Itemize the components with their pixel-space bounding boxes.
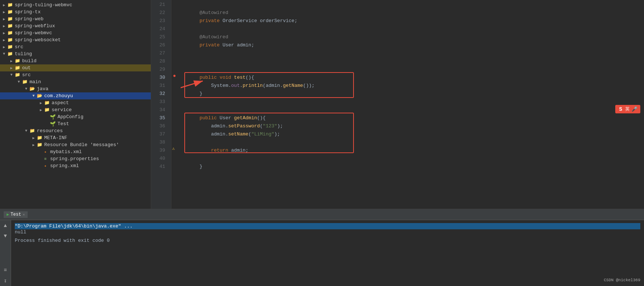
folder-icon: 📁 bbox=[7, 10, 13, 15]
arrow-icon: ▶ bbox=[1, 45, 7, 49]
bottom-tabs: ▶ Test ✕ bbox=[0, 209, 644, 220]
arrow-icon: ▶ bbox=[38, 108, 43, 112]
sidebar-item-aspect[interactable]: ▶ 📁 aspect bbox=[0, 99, 151, 106]
sidebar-label: java bbox=[37, 86, 48, 92]
code-line-37: admin.setName("LiMing"); bbox=[188, 130, 644, 138]
arrow-icon: ▶ bbox=[9, 66, 14, 70]
sidebar-item-tuling[interactable]: ▼ 📁 tuling bbox=[0, 50, 151, 57]
sidebar-label: src bbox=[22, 72, 31, 78]
sidebar-item-spring-web[interactable]: ▶ 📁 spring-web bbox=[0, 15, 151, 22]
code-line-30: public void test(){ bbox=[188, 74, 644, 82]
sidebar-item-test[interactable]: 🌱 Test bbox=[0, 120, 151, 127]
bottom-icon[interactable]: ↧ bbox=[2, 277, 9, 284]
sidebar-item-main[interactable]: ▼ 📁 main bbox=[0, 78, 151, 85]
console-output: "D:\Program File\jdk\64\bin\java.exe" ..… bbox=[11, 220, 644, 286]
sogou-s-icon: S bbox=[618, 106, 623, 112]
sidebar-label: spring-webflux bbox=[15, 23, 55, 29]
breakpoint-icon-30: ● bbox=[173, 73, 176, 79]
close-tab-icon[interactable]: ✕ bbox=[22, 212, 25, 217]
sidebar-item-build[interactable]: ▶ 📁 build bbox=[0, 57, 151, 64]
sidebar-label: main bbox=[29, 79, 41, 85]
sidebar-label: spring-websocket bbox=[15, 37, 61, 43]
sidebar-item-src[interactable]: ▶ 📁 src bbox=[0, 43, 151, 50]
sidebar-item-java[interactable]: ▼ 📂 java bbox=[0, 85, 151, 92]
arrow-icon: ▼ bbox=[1, 52, 7, 56]
code-line-34 bbox=[188, 106, 644, 114]
wrap-icon[interactable]: ≡ bbox=[2, 266, 9, 274]
code-line-36: admin.setPassword("123"); bbox=[188, 122, 644, 130]
folder-icon: 📁 bbox=[14, 59, 21, 64]
sidebar-item-spring-tx[interactable]: ▶ 📁 spring-tx bbox=[0, 8, 151, 15]
sidebar-item-spring-xml[interactable]: ✦ spring.xml bbox=[0, 162, 151, 169]
sidebar-label: spring.properties bbox=[50, 156, 99, 162]
arrow-icon: ▼ bbox=[24, 87, 29, 91]
sidebar-item-spring-tuling-webmvc[interactable]: ▶ 📁 spring-tuling-webmvc bbox=[0, 1, 151, 8]
sidebar-item-meta-inf[interactable]: ▶ 📁 META-INF bbox=[0, 134, 151, 141]
folder-icon: 📁 bbox=[29, 128, 35, 134]
bottom-tab-test[interactable]: ▶ Test ✕ bbox=[4, 211, 28, 218]
file-tree[interactable]: ▶ 📁 spring-tuling-webmvc ▶ 📁 spring-tx ▶… bbox=[0, 0, 151, 209]
sidebar-item-resources[interactable]: ▼ 📁 resources bbox=[0, 127, 151, 134]
xml-icon: ✦ bbox=[42, 163, 49, 169]
code-line-24 bbox=[188, 25, 644, 33]
sidebar-label: Resource Bundle 'messages' bbox=[44, 142, 119, 148]
sidebar-item-spring-websocket[interactable]: ▶ 📁 spring-websocket bbox=[0, 36, 151, 43]
code-line-28 bbox=[188, 57, 644, 66]
scroll-up-icon[interactable]: ▲ bbox=[2, 222, 9, 229]
sidebar-label: build bbox=[22, 58, 36, 64]
sidebar-item-spring-props[interactable]: ≡ spring.properties bbox=[0, 155, 151, 162]
sidebar-item-mybatis-xml[interactable]: ✦ mybatis.xml bbox=[0, 148, 151, 155]
arrow-icon: ▼ bbox=[16, 80, 21, 84]
code-line-26: private User admin; bbox=[188, 41, 644, 49]
folder-blue-icon: 📂 bbox=[29, 86, 35, 92]
arrow-icon: ▼ bbox=[31, 94, 36, 98]
tab-label: Test bbox=[11, 212, 21, 217]
sidebar-label: resources bbox=[37, 128, 63, 134]
scroll-down-icon[interactable]: ▼ bbox=[2, 232, 9, 240]
folder-icon: 📁 bbox=[14, 73, 21, 78]
sidebar-label: spring-tx bbox=[15, 9, 41, 15]
arrow-icon: ▶ bbox=[1, 24, 7, 28]
arrow-icon: ▶ bbox=[9, 59, 14, 63]
csdn-badge: CSDN @nickel369 bbox=[604, 278, 640, 282]
sidebar-label: spring-webmvc bbox=[15, 30, 52, 36]
folder-icon: 📁 bbox=[36, 135, 43, 141]
bottom-panel: ▶ Test ✕ ▲ ▼ ≡ ↧ "D:\Program File\jdk\64… bbox=[0, 209, 644, 286]
sidebar-label: META-INF bbox=[44, 135, 67, 141]
folder-icon: 📁 bbox=[36, 142, 43, 148]
arrow-icon: ▶ bbox=[1, 17, 7, 21]
sidebar-label: out bbox=[22, 65, 31, 71]
arrow-icon: ▶ bbox=[31, 143, 36, 147]
sidebar-item-src2[interactable]: ▼ 📁 src bbox=[0, 71, 151, 78]
folder-icon: 📁 bbox=[7, 38, 13, 43]
sidebar-label: tuling bbox=[15, 51, 32, 57]
arrow-icon: ▼ bbox=[24, 129, 29, 133]
sidebar-label: service bbox=[52, 107, 72, 113]
sidebar-item-appconfig[interactable]: 🌱 AppConfig bbox=[0, 113, 151, 120]
editor-area: 21 22 23 24 25 26 27 28 29 30 31 32 33 3… bbox=[151, 0, 644, 209]
code-line-32: } bbox=[188, 90, 644, 98]
code-line-40 bbox=[188, 155, 644, 163]
sogou-mic-icon: 🎤 bbox=[631, 106, 637, 112]
code-line-41: } bbox=[188, 163, 644, 171]
props-icon: ≡ bbox=[42, 156, 49, 162]
code-line-31: System.out.println(admin.getName()); bbox=[188, 82, 644, 90]
sidebar-label: Test bbox=[58, 121, 69, 127]
sidebar-item-spring-webflux[interactable]: ▶ 📁 spring-webflux bbox=[0, 22, 151, 29]
sidebar-label: aspect bbox=[52, 100, 69, 106]
sidebar-item-service[interactable]: ▶ 📁 service bbox=[0, 106, 151, 113]
sogou-lang-label: 英 bbox=[625, 106, 630, 112]
code-line-21 bbox=[188, 1, 644, 9]
sidebar-item-com-zhouyu[interactable]: ▼ 📂 com.zhouyu bbox=[0, 92, 151, 99]
folder-icon: 📁 bbox=[7, 52, 13, 57]
sogou-ime-bar[interactable]: S 英 🎤 bbox=[615, 105, 640, 113]
line-numbers: 21 22 23 24 25 26 27 28 29 30 31 32 33 3… bbox=[151, 0, 171, 209]
code-line-38 bbox=[188, 138, 644, 146]
sidebar-item-out[interactable]: ▶ 📁 out bbox=[0, 64, 151, 71]
arrow-icon: ▶ bbox=[38, 101, 43, 105]
sidebar-item-resource-bundle[interactable]: ▶ 📁 Resource Bundle 'messages' bbox=[0, 141, 151, 148]
code-content[interactable]: @Autowired private OrderService orderSer… bbox=[181, 0, 644, 209]
folder-icon: 📁 bbox=[7, 45, 13, 50]
xml-icon: ✦ bbox=[42, 149, 49, 155]
sidebar-item-spring-webmvc[interactable]: ▶ 📁 spring-webmvc bbox=[0, 29, 151, 36]
